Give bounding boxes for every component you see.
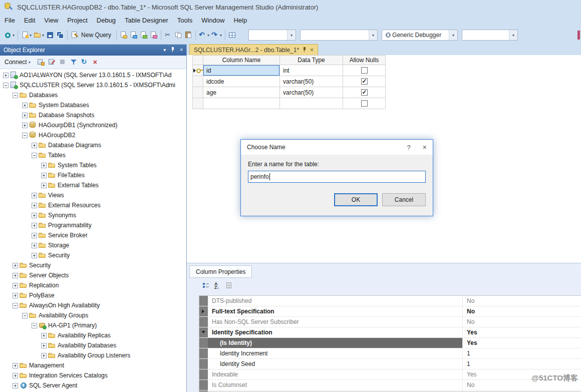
stop-debug-button[interactable]: [91, 57, 101, 67]
paste-button[interactable]: [183, 29, 193, 41]
tree-item[interactable]: System Tables: [0, 160, 186, 170]
property-row[interactable]: DTS-publishedNo: [199, 296, 581, 306]
object-explorer-header[interactable]: Object Explorer ▾ ×: [0, 45, 186, 56]
expand-icon[interactable]: [32, 203, 37, 208]
refresh-button[interactable]: [80, 57, 90, 67]
expand-icon[interactable]: [41, 333, 47, 338]
tree-item[interactable]: PolyBase: [0, 290, 186, 300]
tree-item[interactable]: System Databases: [0, 100, 186, 110]
new-query-button[interactable]: New Query: [70, 29, 114, 41]
expand-icon[interactable]: [22, 103, 28, 108]
cancel-button[interactable]: Cancel: [382, 193, 426, 206]
menu-edit[interactable]: Edit: [20, 15, 40, 26]
save-button[interactable]: [45, 29, 55, 41]
collapse-icon[interactable]: [32, 153, 37, 158]
property-value[interactable]: No: [463, 306, 581, 316]
tree-item[interactable]: Availability Replicas: [0, 330, 186, 340]
mdx-query-button[interactable]: [139, 29, 149, 41]
tree-item[interactable]: Tables: [0, 150, 186, 160]
property-row[interactable]: Full-text SpecificationNo: [199, 306, 581, 317]
tree-item[interactable]: Programmability: [0, 220, 186, 230]
row-header[interactable]: [192, 87, 203, 98]
property-value[interactable]: 1: [463, 348, 581, 358]
expand-icon[interactable]: [13, 383, 18, 388]
document-tab[interactable]: SQLCLUSTER.HAGr...2 - dbo.Table_1* ×: [189, 44, 318, 55]
dropdown-arrow-icon[interactable]: ▾: [42, 33, 44, 38]
collapse-icon[interactable]: [22, 313, 28, 318]
property-value[interactable]: No: [463, 317, 581, 327]
open-file-button[interactable]: ▾: [33, 29, 45, 41]
combo-1[interactable]: ▾: [248, 30, 296, 41]
property-row[interactable]: Identity Increment1: [199, 348, 581, 359]
expand-icon[interactable]: [13, 293, 18, 298]
expand-category-icon[interactable]: [202, 309, 204, 313]
dropdown-arrow-icon[interactable]: ▾: [207, 33, 209, 38]
column-name-cell[interactable]: age: [203, 87, 280, 98]
expand-icon[interactable]: [41, 353, 47, 358]
tree-item[interactable]: Availability Databases: [0, 340, 186, 350]
table-name-input[interactable]: perinfo: [248, 171, 426, 183]
collapse-icon[interactable]: [13, 303, 18, 308]
undo-button[interactable]: ▾: [198, 29, 210, 41]
menu-debug[interactable]: Debug: [92, 15, 120, 26]
expand-icon[interactable]: [13, 363, 18, 368]
tree-item[interactable]: Integration Services Catalogs: [0, 370, 186, 380]
property-pages-button[interactable]: [224, 280, 234, 290]
row-header[interactable]: [192, 98, 203, 109]
tree-item[interactable]: HAGourpDB1 (Synchronized): [0, 120, 186, 130]
property-row[interactable]: Identity SpecificationYes: [199, 327, 581, 338]
pin-icon[interactable]: [171, 47, 175, 53]
copy-button[interactable]: [173, 29, 183, 41]
allow-nulls-checkbox[interactable]: [361, 89, 368, 96]
expand-icon[interactable]: [41, 183, 47, 188]
tree-item[interactable]: AO1\ALWAYON (SQL Server 13.0.1601.5 - IX…: [0, 70, 186, 80]
stop-button[interactable]: [58, 57, 68, 67]
dropdown-arrow-icon[interactable]: ▾: [13, 33, 15, 38]
expand-icon[interactable]: [32, 253, 37, 258]
help-icon[interactable]: ?: [407, 144, 411, 151]
collapse-icon[interactable]: [22, 133, 28, 138]
dropdown-arrow-icon[interactable]: ▾: [369, 30, 377, 40]
expand-icon[interactable]: [41, 343, 47, 348]
tree-item[interactable]: FileTables: [0, 170, 186, 180]
column-header[interactable]: Allow Nulls: [343, 55, 386, 65]
property-value[interactable]: No: [463, 296, 581, 306]
collapse-icon[interactable]: [13, 93, 18, 98]
column-name-cell[interactable]: id: [203, 65, 280, 76]
database-query-button[interactable]: [119, 29, 129, 41]
column-header[interactable]: Data Type: [280, 55, 343, 65]
tree-item[interactable]: Availability Groups: [0, 310, 186, 320]
tree-item[interactable]: Database Diagrams: [0, 140, 186, 150]
results-grid-button[interactable]: [227, 29, 237, 41]
property-row[interactable]: Identity Seed1: [199, 359, 581, 369]
expand-icon[interactable]: [41, 173, 47, 178]
expand-icon[interactable]: [13, 283, 18, 288]
menu-file[interactable]: File: [0, 15, 20, 26]
expand-icon[interactable]: [22, 113, 28, 118]
combo-2[interactable]: ▾: [300, 30, 378, 41]
dialog-title-bar[interactable]: Choose Name ? ×: [241, 140, 433, 155]
close-icon[interactable]: ×: [180, 48, 183, 53]
allow-nulls-checkbox[interactable]: [361, 67, 368, 74]
menu-view[interactable]: View: [40, 15, 63, 26]
expand-icon[interactable]: [13, 373, 18, 378]
save-all-button[interactable]: [55, 29, 65, 41]
menu-window[interactable]: Window: [197, 15, 229, 26]
tree-item[interactable]: Management: [0, 360, 186, 370]
categorized-button[interactable]: [201, 280, 211, 290]
property-row[interactable]: IndexableYes: [199, 369, 581, 380]
dropdown-arrow-icon[interactable]: ▾: [220, 33, 222, 38]
allow-nulls-checkbox[interactable]: [361, 78, 368, 85]
expand-icon[interactable]: [32, 143, 37, 148]
dropdown-arrow-icon[interactable]: ▾: [287, 30, 296, 40]
expand-icon[interactable]: [32, 223, 37, 228]
combo-3[interactable]: ▾: [462, 30, 518, 41]
tree-item[interactable]: Security: [0, 260, 186, 270]
tree-item[interactable]: Security: [0, 250, 186, 260]
expand-icon[interactable]: [22, 123, 28, 128]
xmla-query-button[interactable]: [149, 29, 159, 41]
pin-icon[interactable]: [303, 47, 307, 54]
expand-icon[interactable]: [32, 213, 37, 218]
ok-button[interactable]: OK: [334, 193, 378, 206]
alphabetical-button[interactable]: [212, 280, 222, 290]
